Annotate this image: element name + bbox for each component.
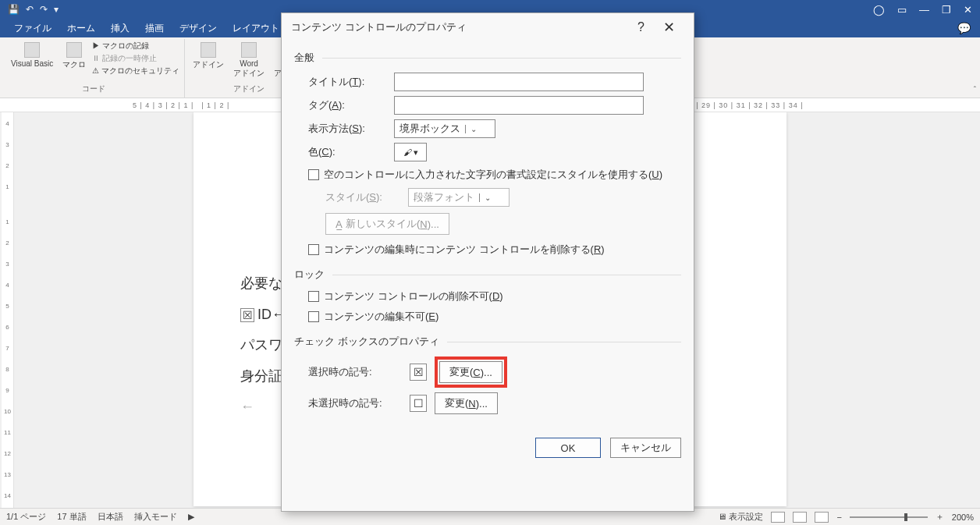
group-label-code: コード — [8, 83, 179, 96]
macro-icon — [66, 42, 82, 58]
change-checked-symbol-button[interactable]: 変更(C)... — [439, 361, 502, 383]
dialog-help-button[interactable]: ? — [628, 17, 654, 37]
view-read-mode-icon[interactable] — [771, 512, 785, 523]
highlight-box: 変更(C)... — [435, 357, 507, 388]
section-checkbox-props: チェック ボックスのプロパティ — [294, 335, 681, 349]
dialog-titlebar[interactable]: コンテンツ コントロールのプロパティ ? ✕ — [282, 13, 694, 41]
share-icon[interactable]: 💬 — [957, 22, 980, 34]
remove-on-edit-checkbox[interactable] — [308, 244, 319, 255]
word-addin-icon — [241, 42, 257, 58]
change-unchecked-symbol-button[interactable]: 変更(N)... — [435, 392, 498, 414]
style-select: 段落フォント ⌄ — [408, 188, 510, 207]
content-control-properties-dialog: コンテンツ コントロールのプロパティ ? ✕ 全般 タイトル(T): タグ(A)… — [281, 12, 694, 512]
use-style-checkbox[interactable] — [308, 169, 319, 180]
zoom-in-button[interactable]: ＋ — [936, 511, 944, 523]
tab-design[interactable]: デザイン — [173, 20, 223, 37]
new-style-button: A̲ 新しいスタイル(N)... — [325, 213, 449, 235]
tab-file[interactable]: ファイル — [8, 20, 58, 37]
title-field-label: タイトル(T): — [308, 75, 386, 89]
status-language[interactable]: 日本語 — [98, 511, 123, 523]
ruler-right-segment: | 1 | 2 | — [201, 101, 229, 109]
no-edit-label: コンテンツの編集不可(E) — [324, 310, 439, 324]
status-macro-icon[interactable]: ▶ — [188, 512, 194, 522]
minimize-button[interactable]: — — [919, 4, 929, 16]
unchecked-symbol-preview: ☐ — [410, 395, 427, 412]
chevron-down-icon: ⌄ — [479, 193, 491, 202]
ok-button[interactable]: OK — [535, 438, 601, 458]
tab-home[interactable]: ホーム — [61, 20, 101, 37]
show-as-label: 表示方法(S): — [308, 122, 386, 136]
collapse-ribbon-icon[interactable]: ˆ — [974, 86, 976, 94]
record-macro-label: マクロの記録 — [102, 41, 149, 50]
checked-symbol-preview: ☒ — [410, 364, 427, 381]
tab-insert[interactable]: 挿入 — [105, 20, 136, 37]
visual-basic-label: Visual Basic — [11, 59, 53, 68]
dialog-close-button[interactable]: ✕ — [654, 16, 684, 39]
zoom-slider[interactable] — [850, 516, 928, 518]
zoom-slider-thumb[interactable] — [904, 513, 907, 521]
no-delete-checkbox[interactable] — [308, 291, 319, 302]
close-window-button[interactable]: ✕ — [964, 4, 972, 16]
no-edit-checkbox[interactable] — [308, 311, 319, 322]
redo-icon[interactable]: ↷ — [40, 4, 48, 15]
pause-recording-button[interactable]: ⏸ 記録の一時停止 — [92, 53, 179, 64]
addin-label: アドイン — [193, 59, 224, 70]
word-addin-button[interactable]: Word アドイン — [230, 41, 268, 80]
remove-on-edit-label: コンテンツの編集時にコンテンツ コントロールを削除する(R) — [324, 243, 605, 257]
dialog-title: コンテンツ コントロールのプロパティ — [291, 20, 628, 34]
pause-recording-label: 記録の一時停止 — [102, 54, 157, 62]
visual-basic-button[interactable]: Visual Basic — [8, 41, 56, 69]
qat-customize-icon[interactable]: ▾ — [54, 4, 59, 15]
tag-input[interactable] — [394, 96, 644, 115]
addin-button[interactable]: アドイン — [190, 41, 227, 72]
status-insert-mode[interactable]: 挿入モード — [134, 511, 177, 523]
style-select-label: スタイル(S): — [325, 190, 403, 204]
section-general: 全般 — [294, 51, 681, 65]
tab-layout[interactable]: レイアウト — [226, 20, 286, 37]
status-page[interactable]: 1/1 ページ — [6, 511, 46, 523]
tag-field-label: タグ(A): — [308, 98, 386, 112]
word-addin-label: Word アドイン — [233, 59, 265, 79]
checked-symbol-label: 選択時の記号: — [308, 365, 402, 379]
display-settings-button[interactable]: 🖥 表示設定 — [718, 511, 763, 523]
save-icon[interactable]: 💾 — [8, 4, 20, 15]
macro-security-label: マクロのセキュリティ — [101, 66, 179, 75]
quick-access-toolbar: 💾 ↶ ↷ ▾ — [0, 4, 66, 15]
no-delete-label: コンテンツ コントロールの削除不可(D) — [324, 289, 503, 303]
ribbon-group-code: Visual Basic マクロ ▶ マクロの記録 ⏸ 記録の一時停止 ⚠ マク… — [3, 39, 185, 98]
cancel-button[interactable]: キャンセル — [610, 438, 681, 458]
window-controls: ◯ ▭ — ❐ ✕ — [873, 4, 980, 16]
new-style-icon: A̲ — [336, 218, 343, 230]
visual-basic-icon — [24, 42, 40, 58]
section-lock: ロック — [294, 268, 681, 282]
account-icon[interactable]: ◯ — [873, 4, 885, 16]
paint-bucket-icon: 🖌 — [403, 147, 412, 157]
zoom-level[interactable]: 200% — [952, 513, 974, 522]
show-as-value: 境界ボックス — [399, 122, 460, 136]
color-picker-button[interactable]: 🖌▾ — [394, 143, 427, 161]
maximize-button[interactable]: ❐ — [942, 4, 951, 16]
macro-button[interactable]: マクロ — [59, 41, 89, 72]
addin-icon — [201, 42, 216, 58]
vertical-ruler[interactable]: 43211234567891011121314151617181920 — [2, 112, 14, 508]
checkbox-content-control[interactable]: ☒ — [240, 308, 254, 322]
show-as-select[interactable]: 境界ボックス ⌄ — [394, 119, 495, 138]
macro-security-button[interactable]: ⚠ マクロのセキュリティ — [92, 66, 179, 76]
title-input[interactable] — [394, 73, 644, 91]
ruler-left-segment: 5 | 4 | 3 | 2 | 1 | — [133, 101, 194, 109]
tab-draw[interactable]: 描画 — [139, 20, 170, 37]
zoom-out-button[interactable]: − — [836, 513, 841, 522]
style-select-value: 段落フォント — [414, 190, 474, 204]
unchecked-symbol-label: 未選択時の記号: — [308, 396, 402, 410]
status-word-count[interactable]: 17 単語 — [57, 511, 86, 523]
view-web-layout-icon[interactable] — [815, 512, 829, 523]
macro-label: マクロ — [62, 59, 86, 70]
record-macro-button[interactable]: ▶ マクロの記録 — [92, 41, 179, 51]
ribbon-display-options-icon[interactable]: ▭ — [897, 4, 907, 16]
display-settings-label: 表示設定 — [729, 512, 763, 521]
color-label: 色(C): — [308, 145, 386, 159]
undo-icon[interactable]: ↶ — [26, 4, 34, 15]
use-style-label: 空のコントロールに入力された文字列の書式設定にスタイルを使用する(U) — [324, 168, 662, 182]
chevron-down-icon: ⌄ — [465, 125, 477, 133]
view-print-layout-icon[interactable] — [793, 512, 807, 523]
